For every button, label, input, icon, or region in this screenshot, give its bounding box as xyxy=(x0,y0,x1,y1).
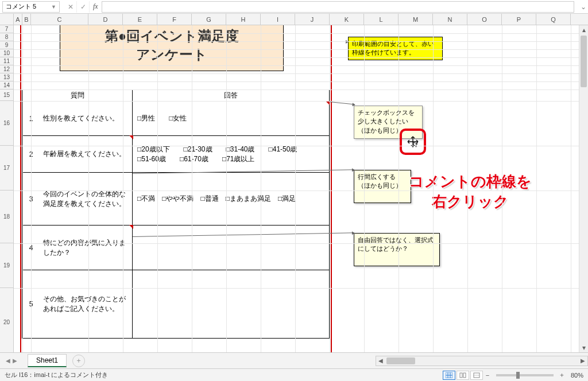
cells-area[interactable]: 第●回イベント満足度 アンケート 質問 回答 1 性別を教えてください。 □男性… xyxy=(14,25,579,352)
survey-answer: □20歳以下 □21-30歳 □31-40歳 □41-50歳 □51-60歳 □… xyxy=(133,136,329,172)
comment-indicator-icon[interactable] xyxy=(129,135,133,139)
svg-rect-4 xyxy=(460,373,462,378)
comment-box[interactable]: 自由回答ではなく、選択式にしてはどうか？ xyxy=(354,233,440,266)
view-normal-button[interactable] xyxy=(443,371,455,380)
vertical-scroll-thumb[interactable] xyxy=(581,36,587,87)
title-banner: 第●回イベント満足度 アンケート xyxy=(60,25,284,71)
col-header[interactable]: N xyxy=(433,14,467,25)
zoom-slider[interactable] xyxy=(496,374,554,376)
formula-confirm-button[interactable]: ✓ xyxy=(77,1,90,13)
status-bar: セル I16：imai-t によるコメント付き − ＋ 80% xyxy=(0,368,588,381)
view-page-break-button[interactable] xyxy=(470,371,483,380)
row-headers: 7891011121314151617181920 xyxy=(0,25,14,352)
row-header[interactable]: 19 xyxy=(0,243,13,288)
zoom-percent[interactable]: 80% xyxy=(571,372,583,379)
sheet-tab-active[interactable]: Sheet1 xyxy=(28,354,67,367)
horizontal-scroll-thumb[interactable] xyxy=(386,357,415,364)
scroll-right-button[interactable]: ▶ xyxy=(578,357,587,364)
sheet-nav-prev-icon[interactable]: ◀ xyxy=(6,357,10,364)
sheet-nav[interactable]: ◀▶ xyxy=(0,357,23,364)
sheet-tab-bar: ◀▶ Sheet1 ＋ ◀ ▶ xyxy=(0,352,588,368)
row-header[interactable]: 20 xyxy=(0,288,13,352)
survey-question: 今回のイベントの全体的な満足度を教えてください。 xyxy=(40,173,133,225)
col-header[interactable]: E xyxy=(123,14,157,25)
comment-box[interactable]: 行間広くする（ほかも同じ） xyxy=(354,170,411,203)
zoom-slider-knob[interactable] xyxy=(516,372,520,379)
formula-bar-input[interactable] xyxy=(102,1,574,13)
add-sheet-button[interactable]: ＋ xyxy=(72,355,85,367)
survey-table: 質問 回答 1 性別を教えてください。 □男性 □女性 2 年齢層を教えてくださ… xyxy=(22,90,330,339)
col-header[interactable]: G xyxy=(192,14,226,25)
survey-answer: □不満 □やや不満 □普通 □まあまあ満足 □満足 xyxy=(133,173,329,225)
comment-indicator-icon[interactable] xyxy=(326,101,330,105)
row-header[interactable]: 11 xyxy=(0,57,13,65)
survey-answer xyxy=(133,270,329,338)
title-line1: 第●回イベント満足度 xyxy=(105,27,239,45)
grid-view-icon xyxy=(446,372,452,378)
col-header[interactable]: H xyxy=(226,14,261,25)
page-break-icon xyxy=(473,372,480,378)
yellow-note: 印刷範囲の目安として、赤い枠線を付けています。 xyxy=(348,37,443,60)
select-all-corner[interactable] xyxy=(0,14,14,25)
col-header[interactable]: K xyxy=(330,14,364,25)
title-line2: アンケート xyxy=(136,45,207,64)
col-header[interactable]: F xyxy=(157,14,192,25)
col-header[interactable]: L xyxy=(364,14,399,25)
scroll-up-button[interactable]: ▴ xyxy=(579,25,588,34)
survey-answer: □男性 □女性 xyxy=(133,102,329,135)
comment-leader-line xyxy=(330,102,355,105)
row-header[interactable]: 18 xyxy=(0,190,13,243)
scroll-down-button[interactable]: ▾ xyxy=(579,343,588,352)
row-header[interactable]: 9 xyxy=(0,41,13,49)
survey-answer xyxy=(133,226,329,270)
row-header[interactable]: 12 xyxy=(0,65,13,73)
row-header[interactable]: 14 xyxy=(0,81,13,90)
col-header[interactable]: B xyxy=(22,14,31,25)
view-page-layout-button[interactable] xyxy=(457,371,469,380)
insert-function-button[interactable]: fx xyxy=(90,2,102,11)
annotation-line1: コメントの枠線を xyxy=(409,172,532,192)
col-header[interactable]: I xyxy=(261,14,295,25)
name-box[interactable]: コメント 5 ▼ xyxy=(2,1,60,13)
move-cursor-icon xyxy=(406,135,420,149)
row-header[interactable]: 7 xyxy=(0,25,13,33)
col-header[interactable]: O xyxy=(467,14,502,25)
status-text: セル I16：imai-t によるコメント付き xyxy=(5,371,108,379)
svg-rect-5 xyxy=(463,373,466,378)
row-header[interactable]: 15 xyxy=(0,90,13,101)
row-header[interactable]: 13 xyxy=(0,73,13,81)
row-header[interactable]: 17 xyxy=(0,146,13,190)
col-header[interactable]: M xyxy=(399,14,433,25)
col-header[interactable]: J xyxy=(295,14,330,25)
survey-question: その他、お気づきのことがあればご記入ください。 xyxy=(40,270,133,338)
col-header[interactable]: D xyxy=(88,14,123,25)
col-header[interactable]: P xyxy=(502,14,536,25)
page-layout-icon xyxy=(459,372,466,378)
comment-indicator-icon[interactable] xyxy=(129,225,133,229)
annotation-line2: 右クリック xyxy=(409,192,532,212)
scroll-left-button[interactable]: ◀ xyxy=(376,357,385,364)
print-guide-right xyxy=(331,25,332,352)
survey-question: 年齢層を教えてください。 xyxy=(40,136,133,172)
vertical-scrollbar[interactable]: ▴ ▾ xyxy=(579,25,588,352)
formula-bar-expand-icon[interactable]: ⌄ xyxy=(579,3,588,11)
name-box-value: コメント 5 xyxy=(6,2,36,11)
annotation-text: コメントの枠線を 右クリック xyxy=(409,172,532,212)
zoom-in-button[interactable]: ＋ xyxy=(558,371,566,379)
row-header[interactable]: 8 xyxy=(0,33,13,41)
survey-question: 特にどの内容が気に入りましたか？ xyxy=(40,226,133,270)
col-header[interactable]: A xyxy=(14,14,22,25)
col-header[interactable]: Q xyxy=(536,14,571,25)
column-headers: A B C D E F G H I J K L M N O P Q xyxy=(0,14,588,25)
row-header[interactable]: 10 xyxy=(0,49,13,57)
survey-header-question: 質問 xyxy=(22,90,133,102)
name-box-dropdown-icon[interactable]: ▼ xyxy=(51,4,56,10)
sheet-nav-next-icon[interactable]: ▶ xyxy=(13,357,17,364)
horizontal-scrollbar[interactable]: ◀ ▶ xyxy=(376,356,588,366)
zoom-out-button[interactable]: − xyxy=(483,372,492,379)
survey-question: 性別を教えてください。 xyxy=(40,102,133,135)
row-header[interactable]: 16 xyxy=(0,101,13,146)
formula-cancel-button[interactable]: ✕ xyxy=(64,1,77,13)
col-header[interactable]: C xyxy=(31,14,88,25)
print-guide-left xyxy=(20,25,21,352)
